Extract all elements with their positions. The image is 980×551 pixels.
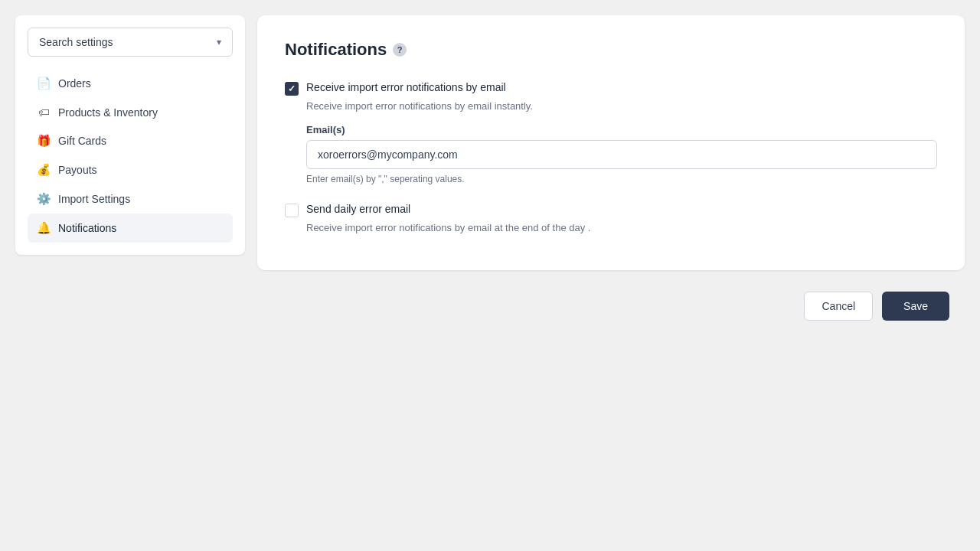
sidebar-item-label: Notifications [58, 222, 116, 234]
email-input-hint: Enter email(s) by "," seperating values. [306, 174, 937, 184]
page-title: Notifications [285, 40, 387, 60]
orders-icon: 📄 [37, 77, 51, 90]
products-inventory-icon: 🏷 [37, 106, 51, 119]
footer-actions: Cancel Save [257, 276, 965, 336]
receive-email-sublabel: Receive import error notifications by em… [306, 100, 937, 112]
payouts-icon: 💰 [37, 163, 51, 177]
sidebar-item-orders[interactable]: 📄 Orders [28, 69, 233, 98]
sidebar-item-products-inventory[interactable]: 🏷 Products & Inventory [28, 98, 233, 126]
sidebar: Search settings ▾ 📄 Orders 🏷 Products & … [15, 15, 245, 255]
sidebar-item-import-settings[interactable]: ⚙️ Import Settings [28, 184, 233, 214]
chevron-down-icon: ▾ [217, 37, 221, 47]
daily-email-label: Send daily error email [306, 203, 410, 215]
search-settings-dropdown[interactable]: Search settings ▾ [28, 28, 233, 57]
cancel-button[interactable]: Cancel [804, 292, 873, 321]
import-settings-icon: ⚙️ [37, 192, 51, 206]
sidebar-item-gift-cards[interactable]: 🎁 Gift Cards [28, 126, 233, 155]
main-content: Notifications ? Receive import error not… [257, 15, 965, 336]
daily-email-checkbox[interactable] [285, 204, 299, 217]
save-button[interactable]: Save [882, 292, 949, 321]
daily-email-section: Send daily error email Receive import er… [285, 203, 937, 233]
page-title-row: Notifications ? [285, 40, 937, 60]
help-icon[interactable]: ? [393, 43, 407, 57]
page-layout: Search settings ▾ 📄 Orders 🏷 Products & … [0, 0, 980, 551]
sidebar-item-notifications[interactable]: 🔔 Notifications [28, 214, 233, 243]
gift-cards-icon: 🎁 [37, 134, 51, 148]
receive-email-checkbox-row: Receive import error notifications by em… [285, 81, 937, 96]
daily-email-sublabel: Receive import error notifications by em… [306, 222, 937, 233]
daily-email-checkbox-row: Send daily error email [285, 203, 937, 217]
sidebar-item-label: Products & Inventory [58, 106, 158, 119]
sidebar-item-label: Gift Cards [58, 135, 106, 147]
receive-email-label: Receive import error notifications by em… [306, 81, 506, 93]
emails-field-label: Email(s) [306, 124, 937, 135]
sidebar-item-payouts[interactable]: 💰 Payouts [28, 155, 233, 184]
sidebar-item-label: Payouts [58, 164, 97, 176]
content-card: Notifications ? Receive import error not… [257, 15, 965, 270]
notifications-icon: 🔔 [37, 221, 51, 235]
receive-email-checkbox[interactable] [285, 82, 299, 96]
sidebar-nav: 📄 Orders 🏷 Products & Inventory 🎁 Gift C… [28, 69, 233, 243]
sidebar-item-label: Import Settings [58, 193, 130, 205]
sidebar-item-label: Orders [58, 77, 91, 90]
email-input[interactable] [306, 140, 937, 169]
search-settings-label: Search settings [39, 36, 113, 48]
